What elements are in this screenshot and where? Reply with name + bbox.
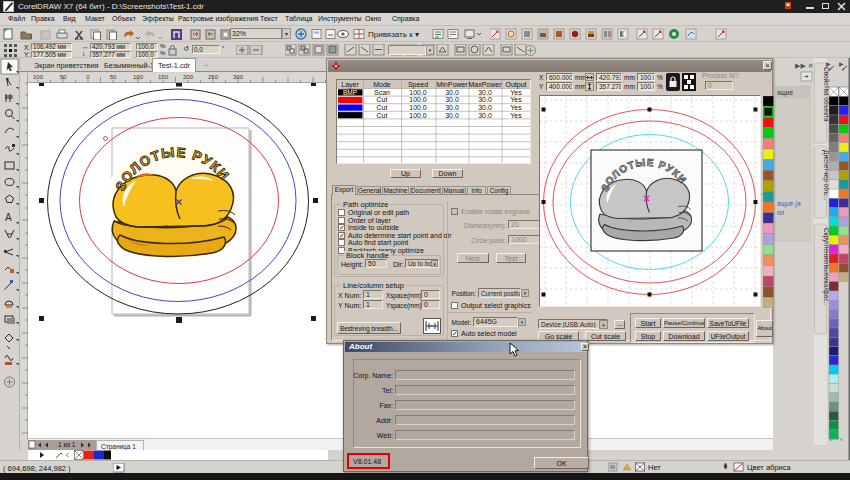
svg-text:30.0: 30.0 bbox=[445, 89, 459, 96]
svg-text:30.0: 30.0 bbox=[445, 112, 459, 119]
svg-text:Нет: Нет bbox=[648, 463, 661, 472]
svg-text:100.0: 100.0 bbox=[409, 89, 427, 96]
svg-text:30.0: 30.0 bbox=[478, 89, 492, 96]
svg-text:30.0: 30.0 bbox=[478, 104, 492, 111]
svg-text:Cut: Cut bbox=[377, 96, 388, 103]
svg-text:Layer: Layer bbox=[341, 81, 359, 89]
svg-text:Yes: Yes bbox=[510, 112, 522, 119]
svg-text:30.0: 30.0 bbox=[445, 96, 459, 103]
svg-text:Mode: Mode bbox=[373, 81, 391, 88]
svg-text:BMP: BMP bbox=[343, 89, 357, 96]
svg-text:150: 150 bbox=[158, 74, 169, 80]
svg-text:Cut: Cut bbox=[377, 104, 388, 111]
svg-text:30.0: 30.0 bbox=[478, 96, 492, 103]
svg-text:250: 250 bbox=[208, 74, 219, 80]
svg-text:Cut: Cut bbox=[377, 112, 388, 119]
svg-text:100.0: 100.0 bbox=[409, 96, 427, 103]
svg-text:MinPower: MinPower bbox=[436, 81, 468, 88]
svg-text:A: A bbox=[5, 212, 12, 223]
svg-text:»: » bbox=[839, 436, 843, 443]
svg-text:MaxPower: MaxPower bbox=[468, 81, 502, 88]
svg-text:0: 0 bbox=[86, 74, 90, 80]
svg-text:50: 50 bbox=[110, 74, 117, 80]
svg-text:300: 300 bbox=[233, 74, 244, 80]
svg-text:100: 100 bbox=[33, 74, 44, 80]
svg-text:»: » bbox=[829, 436, 833, 443]
svg-text:Цвет абриса: Цвет абриса bbox=[747, 463, 791, 472]
svg-text:Yes: Yes bbox=[510, 104, 522, 111]
svg-text:30.0: 30.0 bbox=[445, 104, 459, 111]
svg-text:Yes: Yes bbox=[510, 89, 522, 96]
svg-text:Yes: Yes bbox=[510, 96, 522, 103]
svg-text:Scan: Scan bbox=[374, 89, 390, 96]
svg-text:200: 200 bbox=[183, 74, 194, 80]
svg-text:100.0: 100.0 bbox=[409, 112, 427, 119]
svg-text:30.0: 30.0 bbox=[478, 112, 492, 119]
svg-text:50: 50 bbox=[60, 74, 67, 80]
svg-text:100: 100 bbox=[133, 74, 144, 80]
svg-text:Output: Output bbox=[505, 81, 526, 89]
svg-text:100.0: 100.0 bbox=[409, 104, 427, 111]
svg-text:1 из 1: 1 из 1 bbox=[58, 441, 76, 448]
svg-text:Speed: Speed bbox=[408, 81, 428, 89]
